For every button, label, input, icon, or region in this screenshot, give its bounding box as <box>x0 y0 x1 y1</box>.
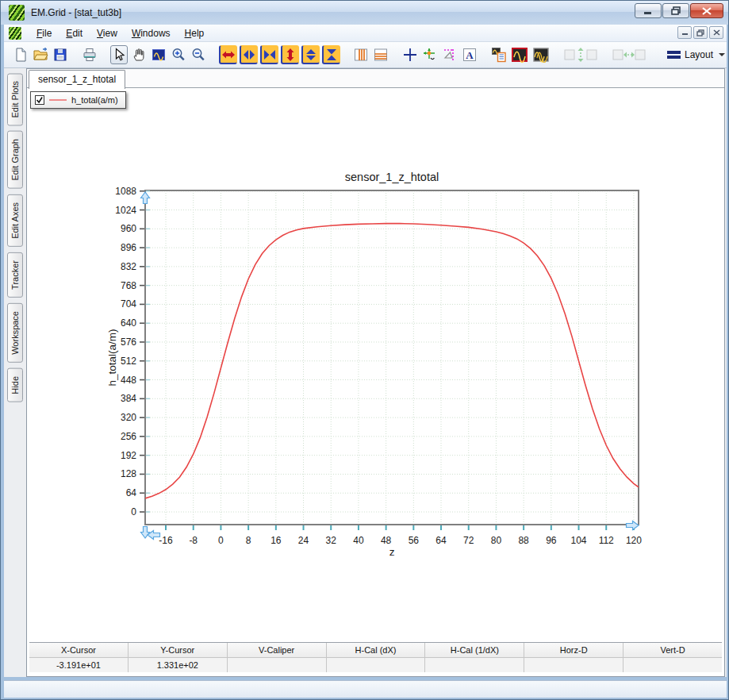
edit-plots-button[interactable] <box>490 45 508 64</box>
new-file-button[interactable] <box>12 45 29 64</box>
close-button[interactable] <box>690 3 723 18</box>
open-folder-icon <box>33 47 48 63</box>
title-bar: EM.Grid - [stat_tut3b] <box>1 1 729 25</box>
expand-x-button[interactable] <box>219 45 237 64</box>
align-vertical-button[interactable] <box>562 45 599 64</box>
open-file-button[interactable] <box>32 45 49 64</box>
fit-x-icon <box>262 47 278 63</box>
svg-text:320: 320 <box>121 412 136 423</box>
menu-view[interactable]: View <box>90 25 125 41</box>
svg-text:0: 0 <box>218 535 224 546</box>
app-logo-icon <box>9 5 25 21</box>
layout-icon <box>667 51 681 59</box>
svg-text:128: 128 <box>121 468 136 479</box>
sidebar-tab-edit-graph[interactable]: Edit Graph <box>7 131 23 189</box>
expand-y-button[interactable] <box>281 45 299 64</box>
cursor-col-value: 1.331e+02 <box>129 658 228 672</box>
vertical-markers-button[interactable] <box>352 45 370 64</box>
cursor-arrow-icon <box>111 47 127 63</box>
sidebar-tab-edit-axes[interactable]: Edit Axes <box>7 194 23 247</box>
pan-up-arrow[interactable] <box>141 192 150 204</box>
compress-y-button[interactable] <box>301 45 320 64</box>
svg-text:56: 56 <box>409 535 420 546</box>
fit-x-button[interactable] <box>260 45 278 64</box>
zoom-out-button[interactable] <box>190 45 207 64</box>
svg-text:96: 96 <box>546 535 557 546</box>
compress-x-button[interactable] <box>240 45 258 64</box>
align-horizontal-button[interactable] <box>611 45 647 64</box>
cursor-col-value <box>425 658 524 672</box>
print-button[interactable] <box>81 45 98 64</box>
menu-help[interactable]: Help <box>178 25 212 41</box>
legend-checkbox[interactable] <box>35 95 44 105</box>
multi-plot-icon <box>532 47 550 63</box>
sidebar-tab-hide[interactable]: Hide <box>7 368 23 402</box>
expand-y-icon <box>282 47 298 63</box>
svg-text:832: 832 <box>121 261 136 272</box>
x-axis: -16-8081624324048566472808896104112120 <box>159 525 642 546</box>
document-tab-bar: sensor_1_z_htotal <box>27 69 724 88</box>
document-logo-icon <box>9 27 21 40</box>
single-plot-icon <box>511 47 528 63</box>
svg-text:704: 704 <box>121 298 136 310</box>
cursor-col-header: V-Caliper <box>228 643 327 658</box>
select-tool-button[interactable] <box>110 45 128 64</box>
main-area: Edit PlotsEdit GraphEdit AxesTrackerWork… <box>4 68 727 677</box>
svg-text:1024: 1024 <box>115 205 136 216</box>
zoom-window-button[interactable] <box>150 45 167 64</box>
edit-plots-icon <box>491 47 507 63</box>
minimize-icon <box>643 7 653 14</box>
svg-text:0: 0 <box>131 506 136 517</box>
expand-x-icon <box>221 47 236 63</box>
child-minimize-icon <box>681 29 689 36</box>
minimize-button[interactable] <box>635 3 662 18</box>
menu-edit[interactable]: Edit <box>59 25 90 41</box>
svg-text:80: 80 <box>491 535 502 546</box>
document-tab[interactable]: sensor_1_z_htotal <box>29 70 125 89</box>
chart-title: sensor_1_z_htotal <box>345 171 439 183</box>
crosshair-button[interactable] <box>401 45 419 64</box>
print-icon <box>82 47 98 63</box>
single-plot-view-button[interactable] <box>510 45 529 64</box>
child-minimize-button[interactable] <box>677 26 692 39</box>
layout-menu-button[interactable]: Layout <box>661 46 729 63</box>
svg-text:64: 64 <box>435 535 447 546</box>
horizontal-markers-button[interactable] <box>372 45 389 64</box>
gridlines <box>145 190 639 525</box>
cursor-col-header: H-Cal (1/dX) <box>425 643 524 658</box>
close-icon <box>702 7 712 15</box>
child-close-button[interactable] <box>709 26 723 39</box>
cursor-col-value <box>623 658 722 672</box>
tracker-button[interactable] <box>421 45 439 64</box>
fit-y-button[interactable] <box>322 45 340 64</box>
sidebar-tab-workspace[interactable]: Workspace <box>7 303 23 363</box>
cursor-col-value <box>228 658 327 672</box>
save-file-button[interactable] <box>52 45 69 64</box>
pan-tool-button[interactable] <box>130 45 148 64</box>
zoom-in-button[interactable] <box>170 45 187 64</box>
caliper-button[interactable] <box>441 45 459 64</box>
menu-file[interactable]: File <box>29 25 59 41</box>
chart-canvas[interactable]: -16-808162432404856647280889610411212006… <box>27 89 724 640</box>
legend[interactable]: h_total(a/m) <box>30 91 126 109</box>
horizontal-markers-icon <box>373 47 389 63</box>
multi-plot-view-button[interactable] <box>531 45 551 64</box>
child-restore-button[interactable] <box>693 26 708 39</box>
restore-button[interactable] <box>662 3 689 18</box>
menu-windows[interactable]: Windows <box>125 25 178 41</box>
svg-text:768: 768 <box>121 280 136 291</box>
mdi-child-window: sensor_1_z_htotal -16-808162432404856647… <box>26 68 725 677</box>
cursor-col-header: H-Cal (dX) <box>327 643 426 658</box>
sidebar-tab-edit-plots[interactable]: Edit Plots <box>7 73 23 125</box>
sidebar: Edit PlotsEdit GraphEdit AxesTrackerWork… <box>4 68 26 677</box>
svg-text:256: 256 <box>121 431 136 442</box>
sidebar-tab-tracker[interactable]: Tracker <box>7 252 23 298</box>
svg-text:A: A <box>466 49 474 61</box>
text-label-button[interactable]: A <box>461 45 478 64</box>
child-restore-icon <box>696 29 704 37</box>
pan-down-arrow[interactable] <box>141 527 150 539</box>
svg-text:104: 104 <box>571 535 587 546</box>
pan-right-arrow[interactable] <box>627 521 639 530</box>
svg-text:-8: -8 <box>189 535 198 546</box>
crosshair-icon <box>402 47 418 63</box>
